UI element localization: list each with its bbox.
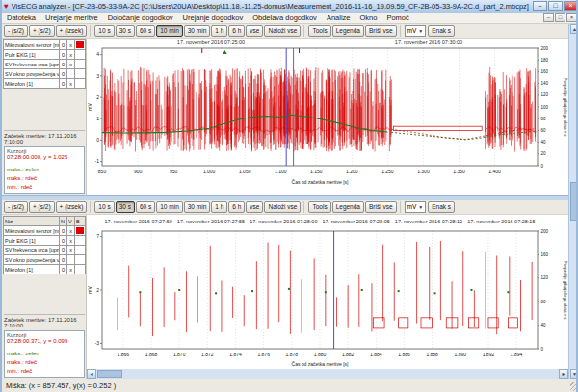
svg-text:160: 160 (541, 69, 549, 74)
vertical-scroll-thumb[interactable] (570, 182, 578, 221)
toolbar-button-30-s[interactable]: 30 s (116, 201, 135, 213)
toolbar-button-10-s[interactable]: 10 s (94, 201, 114, 213)
toolbar-button-6-h[interactable]: 6 h (228, 25, 245, 37)
svg-text:Povprečje gibajočega okna v s: Povprečje gibajočega okna v s (563, 260, 567, 320)
toolbar-button-bri-i-vse[interactable]: Briši vse (365, 25, 397, 37)
toolbar-button-1-h[interactable]: 1 h (211, 201, 227, 213)
toolbar-button-tools[interactable]: Tools (308, 201, 330, 213)
svg-text:1.350: 1.350 (453, 169, 465, 174)
top-sidebar: Mikrovalovni senzor [mV]0xPulz EKG [1]0x… (2, 39, 87, 195)
toolbar-button-60-s[interactable]: 60 s (136, 201, 155, 213)
toolbar-button-enak-s[interactable]: Enak s (428, 201, 455, 213)
svg-text:1.870: 1.870 (173, 352, 186, 357)
signal-row[interactable]: SV frekvenca srca [upm]0x (4, 60, 86, 69)
svg-text:mV: mV (87, 286, 92, 294)
toolbar-button-s-2[interactable]: + (s/2) (29, 25, 55, 37)
svg-text:-3: -3 (95, 340, 100, 346)
close-button[interactable]: × (564, 1, 578, 11)
toolbar-button-legenda[interactable]: Legenda (332, 25, 364, 37)
toolbar-button-1-h[interactable]: 1 h (211, 25, 227, 37)
toolbar-button-tools[interactable]: Tools (308, 25, 330, 37)
mouse-coordinates: Miška: (x = 857.457, y(x) = 0.252 ) (6, 381, 116, 390)
svg-text:-1: -1 (95, 158, 100, 164)
menu-urejanje-dogodkov[interactable]: Urejanje dogodkov (178, 13, 249, 24)
svg-text:Čas od začetka meritve [s]: Čas od začetka meritve [s] (292, 179, 350, 185)
toolbar-button-10-min[interactable]: 10 min (156, 25, 183, 37)
toolbar-button-10-min[interactable]: 10 min (156, 201, 183, 213)
color-swatch[interactable] (76, 41, 84, 48)
svg-text:1.894: 1.894 (511, 352, 523, 357)
menu-datoteka[interactable]: Datoteka (2, 13, 40, 24)
unit-dropdown[interactable]: mV▼ (405, 25, 427, 37)
scroll-down-icon[interactable]: ▼ (570, 369, 578, 379)
signal-row[interactable]: Mikrovalovni senzor [mV]0x (4, 40, 86, 50)
svg-text:20: 20 (541, 151, 547, 156)
toolbar-button-vse[interactable]: vse (246, 201, 263, 213)
svg-text:0: 0 (96, 137, 99, 143)
app-window: ♥ VisECG analyzer - [CF-2B-05-33-9A-2C [… (0, 0, 578, 392)
svg-text:17. november 2016 07:28:15: 17. november 2016 07:28:15 (467, 219, 535, 224)
mdi-restore-button[interactable]: □ (555, 13, 565, 22)
mdi-close-button[interactable]: × (566, 13, 577, 22)
toolbar-button-s-2[interactable]: - (s/2) (4, 201, 28, 213)
menu-obdelava-dogodkov[interactable]: Obdelava dogodkov (248, 13, 322, 24)
toolbar-button-bri-i-vse[interactable]: Briši vse (365, 201, 397, 213)
cursor-info-box: Kurzorji07:28:00.371, y = 0.099maks.: ze… (4, 330, 85, 378)
mdi-minimize-button[interactable]: – (543, 13, 554, 22)
signal-row[interactable]: SV frekvenca srca [upm]0x (4, 246, 86, 255)
maximize-button[interactable]: □ (548, 1, 563, 11)
signal-row[interactable]: Mikrofon [1]0x (4, 265, 86, 274)
signal-row[interactable]: Mikrofon [1]0x (4, 79, 86, 89)
svg-text:40: 40 (541, 323, 547, 327)
menu-urejanje-meritve[interactable]: Urejanje meritve (40, 13, 103, 24)
svg-text:80: 80 (541, 300, 547, 304)
toolbar-button-legenda[interactable]: Legenda (332, 201, 364, 213)
menu-pomo[interactable]: Pomoč (381, 13, 413, 24)
signal-row[interactable]: SV okno povprečenja v s0 (4, 255, 86, 265)
menu-bar: DatotekaUrejanje meritveDoločanje dogodk… (2, 13, 578, 24)
cursor-legend-item: maks.: zelen (7, 166, 82, 174)
bottom-chart-panel: - (s/2)+ (s/2)+ (izsek)10 s30 s60 s10 mi… (2, 200, 578, 379)
signal-row[interactable]: SV okno povprečenja v s0 (4, 69, 86, 79)
menu-okno[interactable]: Okno (355, 13, 381, 24)
ecg-chart-top[interactable]: 8509009501.0001.0501.1001.1501.2001.2501… (87, 39, 568, 195)
cursor-value: 07:28:00.000, y = 1.025 (7, 154, 82, 160)
color-swatch[interactable] (76, 227, 84, 234)
unit-dropdown[interactable]: mV▼ (405, 201, 427, 213)
scroll-right-icon[interactable]: ► (559, 369, 568, 379)
toolbar-button-enak-s[interactable]: Enak s (428, 25, 455, 37)
horizontal-scroll-thumb[interactable] (97, 370, 122, 378)
signal-table: NizNVBMikrovalovni senzor [mV]0xPulz EKG… (3, 216, 86, 274)
minimize-button[interactable]: – (533, 1, 547, 11)
title-bar[interactable]: ♥ VisECG analyzer - [CF-2B-05-33-9A-2C [… (2, 0, 578, 13)
toolbar-button-vse[interactable]: vse (246, 25, 263, 37)
bottom-sidebar: NizNVBMikrovalovni senzor [mV]0xPulz EKG… (2, 215, 87, 379)
toolbar-button-30-min[interactable]: 30 min (184, 201, 211, 213)
toolbar-button-nalo-i-vse[interactable]: Naloži vse (264, 201, 301, 213)
vertical-scrollbar[interactable]: ▲ ▼ (568, 24, 578, 379)
toolbar-button-izsek[interactable]: + (izsek) (56, 25, 88, 37)
menu-dolo-anje-dogodkov[interactable]: Določanje dogodkov (103, 13, 178, 24)
svg-text:950: 950 (170, 169, 178, 174)
resize-grip[interactable] (570, 382, 578, 391)
toolbar-button-30-min[interactable]: 30 min (184, 25, 211, 37)
svg-text:1.150: 1.150 (310, 169, 323, 174)
toolbar-button-10-s[interactable]: 10 s (94, 25, 114, 37)
toolbar-button-nalo-i-vse[interactable]: Naloži vse (264, 25, 301, 37)
toolbar-button-s-2[interactable]: - (s/2) (4, 25, 28, 37)
toolbar-button-30-s[interactable]: 30 s (116, 25, 135, 37)
scroll-left-icon[interactable]: ◄ (87, 369, 96, 379)
signal-row[interactable]: Pulz EKG [1]0x (4, 50, 86, 60)
toolbar-button-s-2[interactable]: + (s/2) (29, 201, 55, 213)
scroll-up-icon[interactable]: ▲ (570, 24, 578, 34)
horizontal-scrollbar[interactable]: ◄ ► (87, 369, 568, 379)
ecg-chart-bottom[interactable]: 1.8661.8681.8701.8721.8741.8761.8781.880… (87, 215, 568, 379)
signal-row[interactable]: Mikrovalovni senzor [mV]0x (4, 226, 86, 236)
menu-analize[interactable]: Analize (322, 13, 355, 24)
signal-row[interactable]: Pulz EKG [1]0x (4, 236, 86, 246)
top-toolbar: - (s/2)+ (s/2)+ (izsek)10 s30 s60 s10 mi… (2, 24, 578, 39)
toolbar-button-izsek[interactable]: + (izsek) (56, 201, 88, 213)
toolbar-button-60-s[interactable]: 60 s (136, 25, 155, 37)
svg-text:1.400: 1.400 (488, 169, 501, 174)
toolbar-button-6-h[interactable]: 6 h (228, 201, 245, 213)
